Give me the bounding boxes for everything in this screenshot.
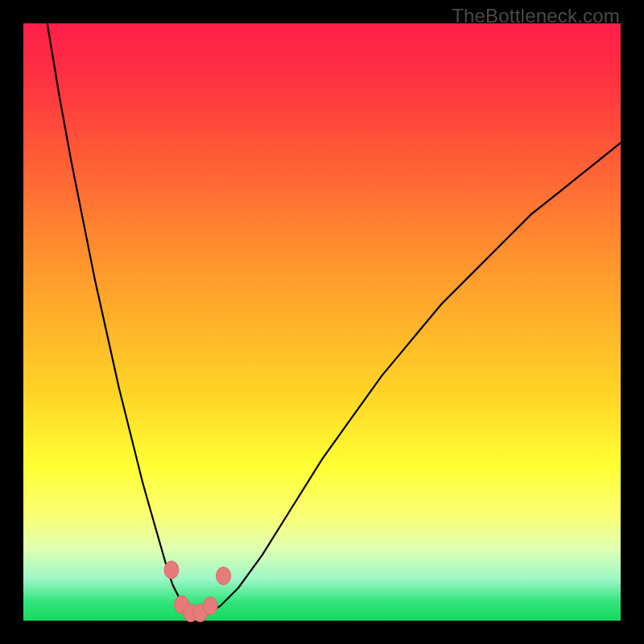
- curve-marker: [203, 597, 217, 615]
- curve-marker: [164, 561, 179, 579]
- chart-plot-area: [23, 23, 621, 621]
- curve-markers: [164, 561, 231, 622]
- chart-svg: [23, 23, 621, 621]
- bottleneck-curve: [47, 23, 621, 615]
- curve-marker: [217, 567, 231, 584]
- chart-frame: TheBottleneck.com: [0, 0, 644, 644]
